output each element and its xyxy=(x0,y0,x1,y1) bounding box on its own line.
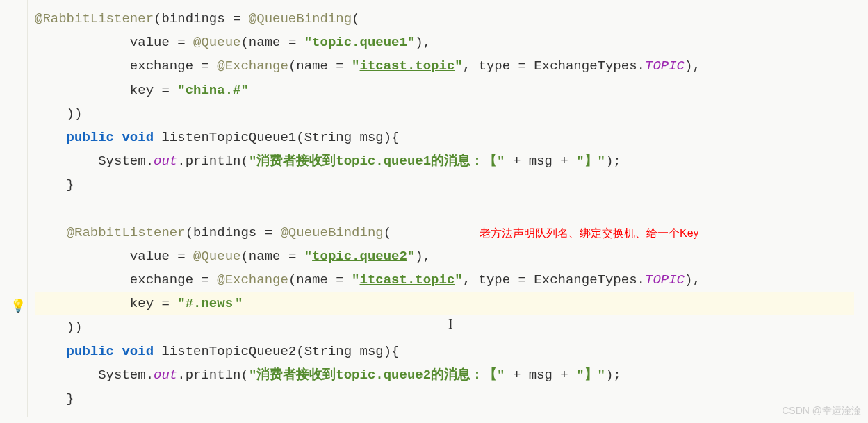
watermark: CSDN @幸运淦淦 xyxy=(782,402,861,417)
lightbulb-icon[interactable]: 💡 xyxy=(10,295,26,317)
code-line[interactable]: exchange = @Exchange(name = "itcast.topi… xyxy=(35,54,854,78)
code-line[interactable]: exchange = @Exchange(name = "itcast.topi… xyxy=(35,268,854,292)
code-line[interactable]: System.out.println("消费者接收到topic.queue1的消… xyxy=(35,149,854,173)
code-line[interactable]: } xyxy=(35,387,854,410)
code-line[interactable]: )) xyxy=(35,315,854,339)
code-line[interactable]: public void listenTopicQueue2(String msg… xyxy=(35,340,854,363)
code-line[interactable]: System.out.println("消费者接收到topic.queue2的消… xyxy=(35,363,854,387)
editor-gutter xyxy=(0,0,28,417)
code-line[interactable]: @RabbitListener(bindings = @QueueBinding… xyxy=(35,221,854,244)
code-line[interactable]: public void listenTopicQueue1(String msg… xyxy=(35,126,854,149)
annotation: @RabbitListener xyxy=(35,11,154,26)
code-line[interactable] xyxy=(35,197,854,221)
code-line[interactable]: } xyxy=(35,173,854,197)
code-line[interactable]: @RabbitListener(bindings = @QueueBinding… xyxy=(35,7,854,31)
user-annotation: 老方法声明队列名、绑定交换机、给一个Key xyxy=(480,224,699,244)
code-line-active[interactable]: 💡 key = "#.news"I xyxy=(35,292,854,315)
code-line[interactable]: )) xyxy=(35,102,854,126)
code-line[interactable]: value = @Queue(name = "topic.queue2"), xyxy=(35,244,854,268)
code-line[interactable]: value = @Queue(name = "topic.queue1"), xyxy=(35,31,854,54)
text-cursor xyxy=(234,297,234,310)
code-line[interactable]: key = "china.#" xyxy=(35,78,854,102)
code-editor[interactable]: @RabbitListener(bindings = @QueueBinding… xyxy=(0,7,868,410)
